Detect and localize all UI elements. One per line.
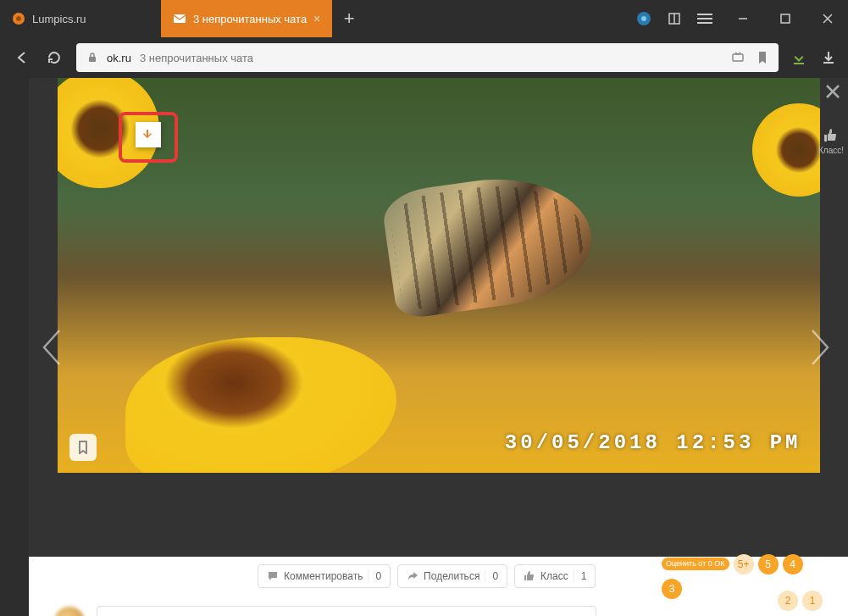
- svg-point-4: [641, 16, 646, 21]
- viewer-left-gutter: [0, 78, 29, 616]
- svg-rect-2: [174, 14, 186, 23]
- tabs: Lumpics.ru 3 непрочитанных чата × +: [0, 0, 366, 37]
- downloads-icon[interactable]: [821, 50, 836, 65]
- lock-icon: [86, 52, 98, 64]
- photo-viewer: 30/05/2018 12:53 PM Класс!: [0, 78, 848, 616]
- svg-rect-12: [89, 57, 96, 62]
- share-button[interactable]: Поделиться 0: [397, 564, 507, 588]
- reader-icon[interactable]: [667, 11, 682, 26]
- new-tab-button[interactable]: +: [332, 0, 366, 37]
- rating-label[interactable]: Оценить от 0 ОК: [662, 558, 729, 571]
- menu-icon[interactable]: [697, 11, 712, 26]
- tab-favicon-lumpics: [12, 12, 25, 25]
- annotation-highlight: [119, 112, 178, 163]
- comment-input[interactable]: Скажите пару слов...: [97, 606, 596, 616]
- rating-2[interactable]: 2: [778, 591, 798, 611]
- svg-rect-13: [733, 54, 743, 61]
- minimize-button[interactable]: [723, 0, 763, 37]
- rating-5[interactable]: 5: [758, 554, 779, 574]
- klass-count: 1: [574, 570, 587, 582]
- reload-button[interactable]: [44, 47, 64, 68]
- photo[interactable]: 30/05/2018 12:53 PM: [58, 78, 820, 473]
- tab-label: 3 непрочитанных чата: [193, 13, 307, 25]
- klass-label: Класс: [540, 570, 568, 582]
- titlebar: Lumpics.ru 3 непрочитанных чата × +: [0, 0, 848, 37]
- addressbar: ok.ru 3 непрочитанных чата: [0, 37, 848, 78]
- download-arrow-icon[interactable]: [790, 49, 807, 66]
- rating-5plus[interactable]: 5+: [734, 554, 754, 574]
- mail-icon: [173, 12, 186, 25]
- close-viewer-button[interactable]: [824, 83, 841, 100]
- comment-composer: Скажите пару слов...: [29, 606, 848, 616]
- klass-button[interactable]: Класс 1: [514, 564, 596, 588]
- action-row: Комментировать 0 Поделиться 0 Класс 1 Оц…: [29, 557, 848, 596]
- url-domain: ok.ru: [107, 52, 131, 64]
- url-title: 3 непрочитанных чата: [140, 52, 253, 64]
- svg-rect-6: [697, 18, 712, 19]
- svg-rect-5: [697, 14, 712, 15]
- photo-timestamp: 30/05/2018 12:53 PM: [505, 431, 801, 454]
- svg-rect-7: [697, 22, 712, 24]
- bookmark-photo-button[interactable]: [69, 434, 97, 461]
- back-button[interactable]: [12, 47, 32, 68]
- svg-rect-14: [794, 63, 804, 64]
- comment-button[interactable]: Комментировать 0: [258, 564, 391, 588]
- rating-3[interactable]: 3: [662, 579, 682, 599]
- maximize-button[interactable]: [765, 0, 806, 37]
- photo-actions-panel: Комментировать 0 Поделиться 0 Класс 1 Оц…: [29, 557, 848, 616]
- pip-icon[interactable]: [636, 11, 651, 26]
- next-photo-button[interactable]: [801, 320, 840, 375]
- share-label: Поделиться: [424, 570, 479, 582]
- svg-point-1: [16, 16, 21, 21]
- tab-ok[interactable]: 3 непрочитанных чата ×: [161, 0, 332, 37]
- prev-photo-button[interactable]: [32, 320, 71, 375]
- tv-icon[interactable]: [731, 51, 745, 64]
- rating-4[interactable]: 4: [783, 554, 803, 574]
- tab-label: Lumpics.ru: [32, 13, 86, 25]
- close-icon[interactable]: ×: [313, 12, 320, 25]
- bookmark-icon[interactable]: [757, 51, 768, 64]
- photo-wrap: 30/05/2018 12:53 PM: [29, 78, 848, 616]
- rating-1[interactable]: 1: [802, 591, 823, 611]
- window-controls: [636, 0, 848, 37]
- tab-lumpics[interactable]: Lumpics.ru: [0, 0, 161, 37]
- share-count: 0: [485, 570, 498, 582]
- svg-rect-9: [781, 14, 790, 23]
- comment-count: 0: [368, 570, 381, 582]
- url-box[interactable]: ok.ru 3 непрочитанных чата: [76, 43, 779, 72]
- close-window-button[interactable]: [807, 0, 848, 37]
- klass-overlay-label: Класс!: [818, 146, 844, 155]
- comment-label: Комментировать: [284, 570, 363, 582]
- klass-overlay-button[interactable]: Класс!: [814, 127, 848, 155]
- avatar[interactable]: [54, 607, 85, 617]
